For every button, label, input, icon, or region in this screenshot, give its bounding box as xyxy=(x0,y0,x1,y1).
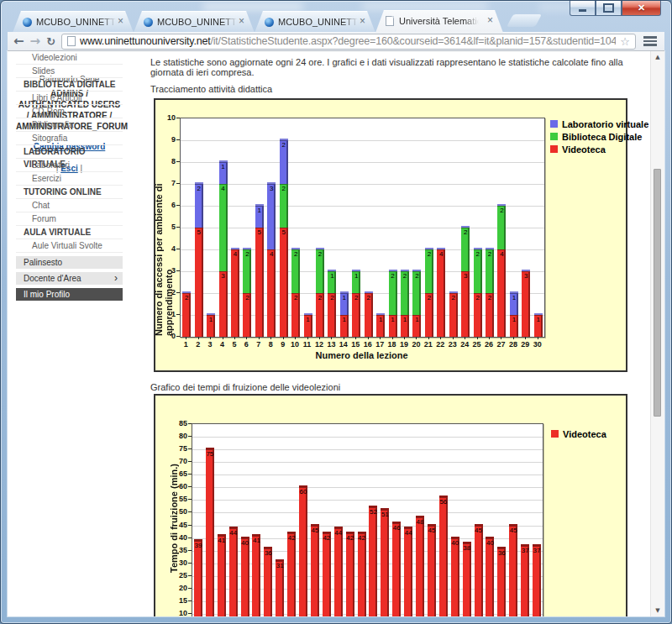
bar-segment-videoteca xyxy=(195,228,203,337)
bar-top-face xyxy=(280,139,288,140)
bar-value-label: 1 xyxy=(389,316,397,323)
bar-value-label: 2 xyxy=(195,185,203,192)
bar-value-label: 2 xyxy=(412,272,421,280)
tab-close-icon[interactable]: × xyxy=(239,16,244,26)
gridline xyxy=(192,462,543,463)
bar-value-label: 56 xyxy=(439,498,448,506)
scroll-up-icon[interactable]: ▲ xyxy=(651,51,664,63)
sidebar-item-cd-rom[interactable]: CD-Rom xyxy=(16,105,123,118)
mcubo-logo-icon xyxy=(144,18,153,27)
bar-top-face xyxy=(521,544,529,546)
y-tick-mark xyxy=(176,249,180,249)
bar-value-label: 2 xyxy=(291,294,300,302)
bar-segment-videoteca xyxy=(241,538,249,616)
x-axis-title: Numero della lezione xyxy=(180,350,543,360)
sidebar-item-videolezioni[interactable]: Videolezioni xyxy=(16,51,123,65)
tab-universit-telematica-inte-3[interactable]: Università Telematica Inte× xyxy=(375,10,503,33)
x-tick-mark xyxy=(501,337,501,339)
sidebar-item-docente-d-area[interactable]: Docente d'Area› xyxy=(16,272,123,285)
url-host: www.uninettunouniversity.net xyxy=(80,35,210,47)
y-tick-mark xyxy=(188,423,192,424)
tab-mcubo-uninettuno-i-2[interactable]: MCUBO_UNINETTUNO - I× xyxy=(255,11,375,33)
minimize-button[interactable] xyxy=(570,1,596,16)
bar-segment-videoteca xyxy=(218,536,226,616)
x-tick-mark xyxy=(538,337,538,339)
tab-mcubo-uninettuno-i-0[interactable]: MCUBO_UNINETTUNO - I× xyxy=(13,11,134,33)
sidebar-item-sitografia[interactable]: Sitografia xyxy=(16,132,123,145)
y-tick-mark xyxy=(176,205,180,206)
browser-toolbar: ← → ↻ www.uninettunouniversity.net/it/St… xyxy=(8,32,664,51)
scroll-down-icon[interactable]: ▼ xyxy=(651,605,664,616)
tab-title: MCUBO_UNINETTUNO - I xyxy=(157,17,237,27)
bar-value-label: 41 xyxy=(218,537,226,544)
bar-value-label: 2 xyxy=(352,294,360,302)
legend-label: Laboratorio virtuale xyxy=(562,119,648,129)
tab-close-icon[interactable]: × xyxy=(487,15,493,25)
legend-swatch xyxy=(550,133,558,140)
y-tick-mark xyxy=(188,511,192,512)
bar-segment-videoteca xyxy=(463,543,471,616)
legend-item-videoteca: Videoteca xyxy=(551,427,606,440)
tab-close-icon[interactable]: × xyxy=(360,16,365,26)
bar-value-label: 2 xyxy=(291,250,300,258)
section-title-viewing-times: Grafico dei tempi di fruizione delle vid… xyxy=(150,382,340,392)
sidebar-item-slides[interactable]: Slides xyxy=(16,65,123,78)
maximize-button[interactable] xyxy=(596,1,622,16)
bookmark-star-icon[interactable]: ☆ xyxy=(620,35,630,48)
bar-value-label: 42 xyxy=(358,534,366,542)
sidebar-item-libri-e-articoli[interactable]: Libri e Articoli xyxy=(16,92,123,105)
reload-icon[interactable]: ↻ xyxy=(46,35,55,48)
gridline xyxy=(192,500,543,501)
y-tick-mark xyxy=(188,537,192,538)
bar-value-label: 37 xyxy=(521,547,529,554)
sidebar-item-il-mio-profilo[interactable]: Il mio Profilo xyxy=(16,288,123,301)
browser-window: MCUBO_UNINETTUNO - I×MCUBO_UNINETTUNO - … xyxy=(0,0,672,624)
bar-value-label: 4 xyxy=(437,250,445,258)
bar-top-face xyxy=(252,534,260,536)
tab-title: MCUBO_UNINETTUNO - I xyxy=(278,17,358,27)
bar-top-face xyxy=(243,248,251,249)
forward-icon[interactable]: → xyxy=(30,35,41,48)
back-icon[interactable]: ← xyxy=(13,35,24,48)
x-tick-label: 27 xyxy=(495,340,507,349)
y-tick-mark xyxy=(188,550,192,551)
bar-value-label: 2 xyxy=(401,272,409,280)
gridline xyxy=(192,475,543,475)
sidebar-item-esercizi[interactable]: Esercizi xyxy=(16,172,123,186)
tab-close-icon[interactable]: × xyxy=(118,16,123,26)
menu-icon[interactable] xyxy=(642,34,659,48)
tab-mcubo-uninettuno-i-1[interactable]: MCUBO_UNINETTUNO - I× xyxy=(134,11,255,33)
x-tick-mark xyxy=(331,337,332,339)
bar-segment-videoteca xyxy=(381,510,389,616)
bar-segment-videoteca xyxy=(334,528,343,616)
url-text[interactable]: www.uninettunouniversity.net/it/Statisti… xyxy=(80,35,616,47)
sidebar-item-aule-virtuali-svolte[interactable]: Aule Virtuali Svolte xyxy=(16,239,123,253)
address-bar[interactable]: www.uninettunouniversity.net/it/Statisti… xyxy=(61,34,636,50)
sidebar-item-chat[interactable]: Chat xyxy=(16,199,123,212)
bar-top-face xyxy=(340,291,349,293)
x-tick-mark xyxy=(295,337,296,339)
scrollbar-thumb[interactable] xyxy=(654,169,661,417)
plot-area: 2521341422514352222122211121211212122242… xyxy=(180,118,545,338)
bar-value-label: 2 xyxy=(449,294,458,302)
sidebar-item-palinsesto[interactable]: Palinsesto xyxy=(16,256,123,269)
x-tick-label: 10 xyxy=(289,340,301,349)
y-tick-mark xyxy=(176,161,180,162)
bar-top-face xyxy=(218,534,226,536)
x-tick-mark xyxy=(392,337,393,339)
section-title-tracking: Tracciamento attività didattica xyxy=(150,84,272,94)
bar-value-label: 40 xyxy=(451,539,459,547)
legend-label: Videoteca xyxy=(562,144,606,155)
x-tick-mark xyxy=(198,337,199,339)
gridline xyxy=(192,449,543,450)
bar-top-face xyxy=(219,160,228,162)
gridline xyxy=(181,228,544,228)
close-button[interactable]: ✕ xyxy=(622,1,661,16)
sidebar-item-bibliografia[interactable]: Bibliografia xyxy=(16,118,123,132)
sidebar-item-forum[interactable]: Forum xyxy=(16,212,123,226)
sidebar-item-laboratori[interactable]: Laboratori xyxy=(16,159,123,172)
bar-segment-videoteca xyxy=(497,249,506,337)
page-scrollbar[interactable]: ▲ ▼ xyxy=(650,51,664,616)
x-tick-label: 9 xyxy=(276,340,288,349)
x-tick-label: 18 xyxy=(386,340,397,349)
